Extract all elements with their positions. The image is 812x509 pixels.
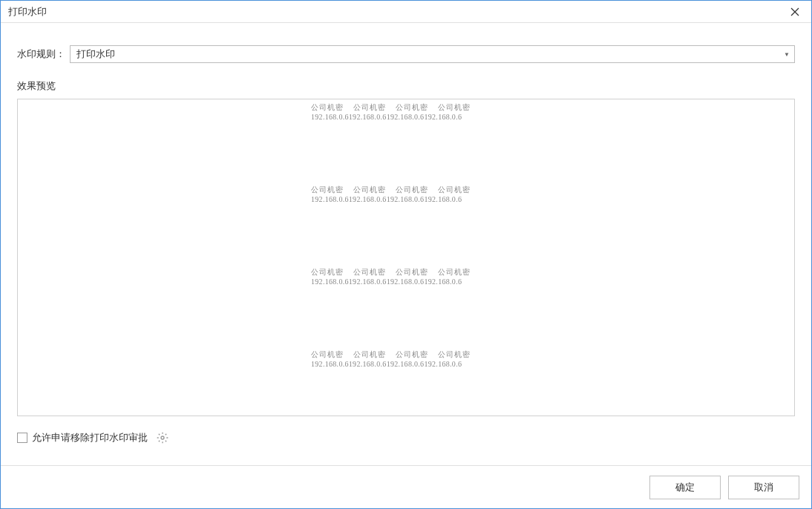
- watermark-text: 公司机密: [353, 267, 396, 278]
- dialog-title: 打印水印: [8, 5, 47, 19]
- watermark-ip-line: 192.168.0.6192.168.0.6192.168.0.6192.168…: [311, 360, 480, 368]
- watermark-text: 公司机密: [438, 102, 480, 113]
- watermark-row: 公司机密 公司机密 公司机密 公司机密 192.168.0.6192.168.0…: [311, 267, 480, 286]
- watermark-text: 公司机密: [353, 102, 396, 113]
- watermark-text: 公司机密: [311, 185, 353, 195]
- close-button[interactable]: [785, 1, 805, 22]
- watermark-ip-line: 192.168.0.6192.168.0.6192.168.0.6192.168…: [311, 113, 480, 121]
- watermark-row: 公司机密 公司机密 公司机密 公司机密 192.168.0.6192.168.0…: [311, 349, 480, 368]
- cancel-button-label: 取消: [754, 481, 773, 494]
- watermark-text: 公司机密: [438, 185, 480, 195]
- watermark-ip-line: 192.168.0.6192.168.0.6192.168.0.6192.168…: [311, 195, 480, 203]
- cancel-button[interactable]: 取消: [728, 476, 799, 499]
- approval-label: 允许申请移除打印水印审批: [32, 431, 148, 444]
- preview-label: 效果预览: [17, 79, 795, 93]
- watermark-text: 公司机密: [396, 349, 438, 360]
- watermark-text: 公司机密: [311, 267, 353, 278]
- title-bar: 打印水印: [1, 1, 811, 23]
- watermark-row: 公司机密 公司机密 公司机密 公司机密 192.168.0.6192.168.0…: [311, 185, 480, 203]
- rule-row: 水印规则： 打印水印 ▼: [17, 45, 795, 63]
- watermark-text: 公司机密: [353, 185, 396, 195]
- watermark-text: 公司机密: [353, 349, 396, 360]
- watermark-text: 公司机密: [396, 267, 438, 278]
- chevron-down-icon: ▼: [784, 51, 790, 58]
- watermark-text: 公司机密: [396, 102, 438, 113]
- close-icon: [790, 7, 799, 16]
- rule-dropdown-value: 打印水印: [76, 47, 115, 61]
- approval-row: 允许申请移除打印水印审批: [17, 431, 795, 444]
- watermark-text: 公司机密: [396, 185, 438, 195]
- watermark-text: 公司机密: [438, 267, 480, 278]
- watermark-text: 公司机密: [438, 349, 480, 360]
- gear-icon[interactable]: [157, 432, 168, 444]
- watermark-text: 公司机密: [311, 349, 353, 360]
- preview-box: 公司机密 公司机密 公司机密 公司机密 192.168.0.6192.168.0…: [17, 99, 795, 416]
- svg-point-2: [161, 436, 164, 439]
- rule-dropdown[interactable]: 打印水印 ▼: [70, 45, 795, 63]
- ok-button-label: 确定: [675, 481, 695, 494]
- approval-checkbox[interactable]: [17, 433, 27, 443]
- watermark-ip-line: 192.168.0.6192.168.0.6192.168.0.6192.168…: [311, 278, 480, 286]
- watermark-grid: 公司机密 公司机密 公司机密 公司机密 192.168.0.6192.168.0…: [311, 102, 480, 368]
- content-area: 水印规则： 打印水印 ▼ 效果预览 公司机密 公司机密 公司机密 公司机密 19…: [1, 23, 811, 452]
- watermark-row: 公司机密 公司机密 公司机密 公司机密 192.168.0.6192.168.0…: [311, 102, 480, 121]
- ok-button[interactable]: 确定: [649, 476, 721, 499]
- rule-label: 水印规则：: [17, 47, 65, 61]
- footer: 确定 取消: [1, 465, 811, 508]
- watermark-text: 公司机密: [311, 102, 353, 113]
